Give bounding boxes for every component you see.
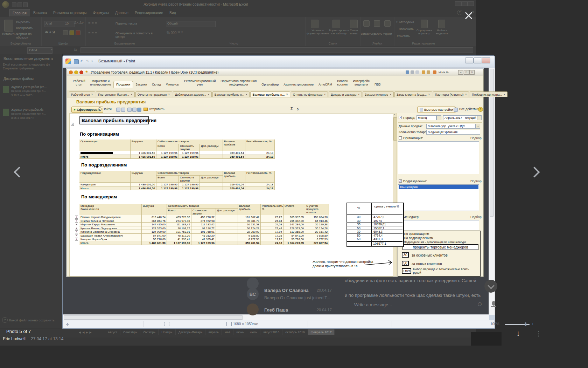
previous-photo-button[interactable] (12, 165, 24, 178)
viewer-close-button[interactable] (464, 11, 473, 20)
photo-counter: Photo 5 of 7 (6, 329, 31, 334)
more-options-icon[interactable]: ⋮ (536, 330, 541, 338)
download-icon[interactable]: ↓ (516, 329, 520, 338)
photo-author[interactable]: Eric Ludwell (3, 336, 26, 341)
photo-timestamp: 27.04.17 at 13:14 (31, 336, 63, 341)
next-photo-button[interactable] (529, 165, 542, 178)
